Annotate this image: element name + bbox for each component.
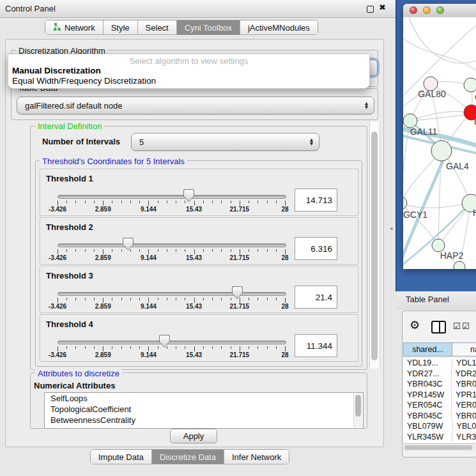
tab-infer-network[interactable]: Infer Network xyxy=(224,450,289,464)
attribute-item-selfloops[interactable]: SelfLoops xyxy=(45,393,363,404)
cell-shared-name[interactable]: YDR27... xyxy=(403,369,452,378)
cell-name[interactable]: YDR2 xyxy=(452,369,476,378)
threshold-3-panel: Threshold 3-3.4262.8599.14415.4321.71528… xyxy=(40,266,358,313)
network-node-gcy1[interactable] xyxy=(403,197,407,210)
cell-name[interactable]: YBL0 xyxy=(453,422,476,431)
algorithm-placeholder-option[interactable]: Select algorithm to view settings xyxy=(8,56,369,66)
threshold-1-value-field[interactable]: 14.713 xyxy=(295,188,337,211)
tab-style[interactable]: Style xyxy=(104,20,138,35)
tab-jactivemnodules[interactable]: jActiveMNodules xyxy=(240,20,318,35)
attributes-list-scrollbar[interactable] xyxy=(353,394,362,427)
cell-shared-name[interactable]: YLR345W xyxy=(403,433,452,441)
split-pane-handle[interactable] xyxy=(390,227,393,230)
tab-select[interactable]: Select xyxy=(138,20,177,35)
table-row[interactable]: YER054CYER0 xyxy=(403,400,476,411)
threshold-1-slider-thumb[interactable] xyxy=(183,189,194,202)
minimize-traffic-light-icon[interactable] xyxy=(423,6,431,14)
number-of-intervals-label: Number of Intervals xyxy=(42,137,120,146)
attributes-list-scrollbar-thumb[interactable] xyxy=(355,395,361,417)
table-row[interactable]: YIL052CYIL0 xyxy=(403,442,476,443)
attribute-item-betweennesscentrality[interactable]: BetweennessCentrality xyxy=(45,415,363,426)
threshold-2-slider-track[interactable] xyxy=(58,243,286,247)
cell-shared-name[interactable]: YER054C xyxy=(403,401,452,410)
zoom-traffic-light-icon[interactable] xyxy=(436,6,444,14)
table-row[interactable]: YPR145WYPR1 xyxy=(403,390,476,401)
close-icon[interactable]: ✖ xyxy=(379,3,386,12)
network-node-hap2[interactable] xyxy=(432,239,445,252)
algorithm-option-equal-width-frequency[interactable]: Equal Width/Frequency Discretization xyxy=(12,76,156,86)
close-traffic-light-icon[interactable] xyxy=(410,6,417,14)
axis-tick-label: 28 xyxy=(281,254,288,261)
tab-discretize-data[interactable]: Discretize Data xyxy=(152,450,224,464)
checkbox-icon[interactable]: ☑ xyxy=(453,321,461,331)
axis-tick-label: 9.144 xyxy=(141,254,157,261)
cell-name[interactable]: YPR1 xyxy=(452,390,476,399)
cell-shared-name[interactable]: YBR043C xyxy=(403,380,452,388)
numerical-attributes-heading: Numerical Attributes xyxy=(34,381,115,390)
threshold-3-slider-track[interactable] xyxy=(58,292,286,296)
table-row[interactable]: YDR27...YDR2 xyxy=(403,369,476,380)
network-window-titlebar[interactable] xyxy=(403,4,476,18)
table-row[interactable]: YDL19...YDL1 xyxy=(403,358,476,369)
table-row[interactable]: YBR045CYBR0 xyxy=(403,411,476,422)
cell-name[interactable]: YER0 xyxy=(452,401,476,410)
threshold-4-value-field[interactable]: 11.344 xyxy=(295,334,337,357)
cell-shared-name[interactable]: YBL079W xyxy=(403,422,453,431)
cell-name[interactable]: YBR0 xyxy=(452,380,476,388)
cell-shared-name[interactable]: YDL19... xyxy=(403,358,452,367)
node-label: HAP2 xyxy=(440,250,464,261)
network-graph[interactable]: GAL80GACGAL11GAL4GCY1HAHAP2 xyxy=(403,17,476,269)
network-canvas[interactable]: GAL80GACGAL11GAL4GCY1HAHAP2 xyxy=(403,17,476,269)
network-node-ga[interactable] xyxy=(464,78,476,92)
cell-name[interactable]: YBR0 xyxy=(452,411,476,420)
network-edge[interactable] xyxy=(403,121,410,203)
network-node-gal4[interactable] xyxy=(431,141,452,161)
network-node-gal11[interactable] xyxy=(403,114,417,128)
float-window-icon[interactable] xyxy=(367,6,374,13)
threshold-4-slider-thumb[interactable] xyxy=(159,335,170,348)
gear-icon[interactable]: ⚙ xyxy=(410,318,420,332)
node-label: HA xyxy=(473,208,476,218)
cell-shared-name[interactable]: YBR045C xyxy=(403,411,452,420)
threshold-4-slider-track[interactable] xyxy=(58,341,286,344)
tab-impute-data[interactable]: Impute Data xyxy=(91,450,152,464)
tab-label: jActiveMNodules xyxy=(248,23,310,33)
table-data-select[interactable]: galFiltered.sif default node ▲▼ xyxy=(17,96,374,114)
network-edge[interactable] xyxy=(410,111,472,121)
cell-name[interactable]: YLR3 xyxy=(452,433,476,441)
table-row[interactable]: YBL079WYBL0 xyxy=(403,421,476,432)
control-panel-titlebar: Control Panel xyxy=(0,0,395,18)
threshold-2-value-field[interactable]: 6.316 xyxy=(295,237,337,260)
table-row[interactable]: YLR345WYLR3 xyxy=(403,432,476,443)
network-window[interactable]: GAL80GACGAL11GAL4GCY1HAHAP2 xyxy=(403,4,476,269)
threshold-2-slider-thumb[interactable] xyxy=(123,238,134,250)
network-icon xyxy=(53,22,61,33)
cell-shared-name[interactable]: YPR145W xyxy=(403,390,452,399)
apply-button[interactable]: Apply xyxy=(170,429,217,443)
content-scrollbar[interactable] xyxy=(369,121,380,369)
attribute-item-topologicalcoefficient[interactable]: TopologicalCoefficient xyxy=(45,404,363,415)
checkbox-icon[interactable]: ☑ xyxy=(462,321,470,331)
threshold-1-slider-track[interactable] xyxy=(58,195,286,199)
tab-cyni-toolbox[interactable]: Cyni Toolbox xyxy=(177,20,240,35)
thresholds-coordinates-label: Threshold's Coordinates for 5 Intervals xyxy=(40,157,187,166)
network-edge[interactable] xyxy=(403,38,476,70)
cell-name[interactable]: YDL1 xyxy=(452,358,476,367)
tab-network[interactable]: Network xyxy=(45,20,104,35)
tab-label: Cyni Toolbox xyxy=(185,23,232,33)
threshold-4-panel: Threshold 4-3.4262.8599.14415.4321.71528… xyxy=(40,314,358,362)
table-horizontal-scrollbar-thumb[interactable] xyxy=(404,445,472,450)
column-header-shared-name[interactable]: shared... xyxy=(403,342,452,357)
algorithm-option-manual-discretization[interactable]: Manual Discretization xyxy=(12,66,101,75)
threshold-3-slider-thumb[interactable] xyxy=(232,286,243,299)
number-of-intervals-select[interactable]: 5 ▲▼ xyxy=(131,133,319,151)
axis-tick-label: 28 xyxy=(281,351,288,358)
split-column-icon[interactable] xyxy=(431,321,446,334)
threshold-3-value-field[interactable]: 21.4 xyxy=(295,286,337,309)
tab-label: Infer Network xyxy=(232,452,281,462)
table-horizontal-scrollbar[interactable] xyxy=(403,443,475,451)
network-edge[interactable] xyxy=(403,203,471,208)
content-scrollbar-thumb[interactable] xyxy=(371,132,378,360)
column-header-name[interactable]: na xyxy=(452,342,476,357)
table-row[interactable]: YBR043CYBR0 xyxy=(403,379,476,390)
